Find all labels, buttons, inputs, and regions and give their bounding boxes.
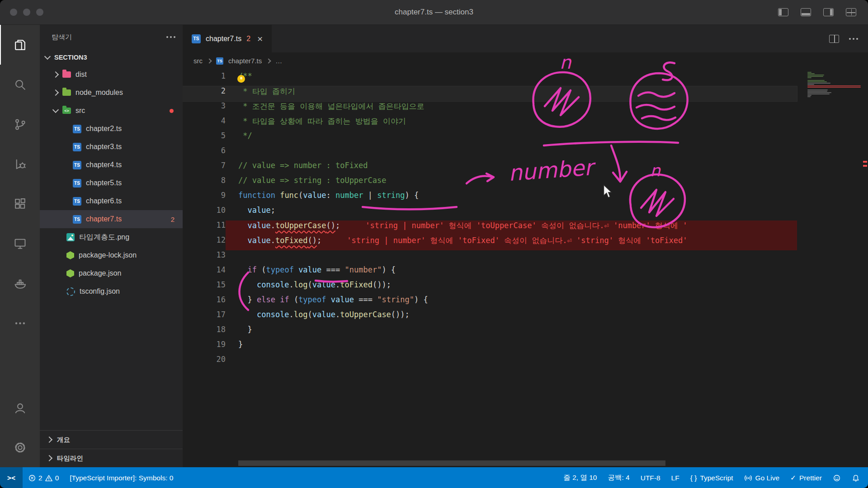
timeline-panel-header[interactable]: 타임라인 xyxy=(40,449,183,467)
code-editor[interactable]: 1/**2 * 타입 좁히기3 * 조건문 등을 이용해 넓은타입에서 좁은타입… xyxy=(183,69,868,467)
minimap-line xyxy=(807,89,828,90)
code-line[interactable]: 1/** xyxy=(183,71,797,86)
explorer-icon[interactable] xyxy=(0,25,40,65)
src-folder-icon xyxy=(62,108,71,114)
search-icon[interactable] xyxy=(0,65,40,104)
remote-indicator[interactable]: >< xyxy=(0,467,23,488)
folder-icon xyxy=(62,71,71,78)
code-line[interactable]: 3 * 조건문 등을 이용해 넓은타입에서 좁은타입으로 xyxy=(183,101,797,116)
toggle-secondary-sidebar-icon[interactable] xyxy=(823,8,834,16)
breadcrumb-symbol[interactable]: … xyxy=(275,57,282,65)
minimap-line xyxy=(807,91,827,92)
chevron-right-icon xyxy=(266,58,271,63)
horizontal-scrollbar[interactable] xyxy=(238,460,665,466)
tree-item-chapter5[interactable]: TS chapter5.ts xyxy=(40,174,183,192)
quickfix-lightbulb-icon[interactable] xyxy=(237,75,245,83)
file-tree: dist node_modules src TS chapter2.ts xyxy=(40,66,183,430)
tab-label: chapter7.ts xyxy=(206,35,241,43)
code-line[interactable]: 6 xyxy=(183,146,797,161)
eol-status[interactable]: LF xyxy=(666,467,685,488)
error-marker xyxy=(863,161,867,163)
title-bar: chapter7.ts — section3 xyxy=(0,0,868,25)
breadcrumb-src[interactable]: src xyxy=(193,57,203,65)
toggle-panel-icon[interactable] xyxy=(801,8,811,16)
notifications-bell-icon[interactable] xyxy=(846,467,865,488)
editor-actions-icon[interactable] xyxy=(853,38,854,40)
tab-chapter7[interactable]: TS chapter7.ts 2 × xyxy=(183,25,272,52)
chevron-right-icon xyxy=(46,455,52,461)
toggle-sidebar-icon[interactable] xyxy=(778,8,788,16)
code-line[interactable]: 18 } xyxy=(183,325,797,340)
activity-bar xyxy=(0,25,40,467)
feedback-icon[interactable] xyxy=(827,467,846,488)
tree-item-chapter6[interactable]: TS chapter6.ts xyxy=(40,192,183,210)
code-line[interactable]: 8// value => string : toUpperCase xyxy=(183,176,797,191)
node-package-icon xyxy=(66,251,74,259)
problems-status[interactable]: 2 0 xyxy=(23,467,64,488)
minimap-line xyxy=(807,94,830,94)
code-line[interactable]: 7// value => number : toFixed xyxy=(183,161,797,176)
tree-item-src[interactable]: src xyxy=(40,102,183,120)
code-line[interactable]: 10 value; xyxy=(183,206,797,221)
folder-icon xyxy=(62,89,71,96)
encoding-status[interactable]: UTF-8 xyxy=(635,467,666,488)
code-line[interactable]: 5 */ xyxy=(183,131,797,146)
code-line[interactable]: 15 console.log(value.toFixed()); xyxy=(183,280,797,295)
tree-item-package-json[interactable]: package.json xyxy=(40,264,183,282)
tree-item-dist[interactable]: dist xyxy=(40,66,183,84)
breadcrumb-file[interactable]: chapter7.ts xyxy=(228,57,262,65)
broadcast-icon xyxy=(744,474,752,482)
code-line[interactable]: 20 xyxy=(183,355,797,370)
settings-gear-icon[interactable] xyxy=(0,427,40,467)
ts-importer-status[interactable]: [TypeScript Importer]: Symbols: 0 xyxy=(64,467,179,488)
tree-item-package-lock[interactable]: package-lock.json xyxy=(40,246,183,264)
code-line[interactable]: 16 } else if (typeof value === "string")… xyxy=(183,295,797,310)
minimap-line xyxy=(807,92,831,93)
go-live-status[interactable]: Go Live xyxy=(739,467,785,488)
extensions-icon[interactable] xyxy=(0,184,40,224)
minimap-line xyxy=(807,76,823,77)
more-views-icon[interactable] xyxy=(0,303,40,343)
customize-layout-icon[interactable] xyxy=(846,8,856,16)
run-debug-icon[interactable] xyxy=(0,144,40,184)
docker-icon[interactable] xyxy=(0,263,40,303)
source-control-icon[interactable] xyxy=(0,104,40,144)
node-package-icon xyxy=(66,269,74,277)
typescript-file-icon: TS xyxy=(73,179,81,188)
tree-item-chapter2[interactable]: TS chapter2.ts xyxy=(40,120,183,138)
tree-item-chapter3[interactable]: TS chapter3.ts xyxy=(40,138,183,156)
section-header[interactable]: SECTION3 xyxy=(40,49,183,66)
code-line[interactable]: 14 if (typeof value === "number") { xyxy=(183,265,797,280)
explorer-actions-icon[interactable] xyxy=(170,36,172,38)
window-title: chapter7.ts — section3 xyxy=(0,8,868,17)
typescript-file-icon: TS xyxy=(192,34,201,43)
tree-item-tsconfig[interactable]: tsconfig.json xyxy=(40,282,183,300)
remote-explorer-icon[interactable] xyxy=(0,224,40,263)
code-line[interactable]: 2 * 타입 좁히기 xyxy=(183,86,797,101)
accounts-icon[interactable] xyxy=(0,388,40,427)
tree-item-type-hierarchy-png[interactable]: 타입계층도.png xyxy=(40,228,183,246)
tree-item-chapter4[interactable]: TS chapter4.ts xyxy=(40,156,183,174)
code-line[interactable]: 13 xyxy=(183,250,797,265)
prettier-status[interactable]: ✓ Prettier xyxy=(785,467,827,488)
close-tab-icon[interactable]: × xyxy=(257,34,263,43)
chevron-down-icon xyxy=(52,107,59,113)
code-line[interactable]: 12 value.toFixed();'string | number' 형식에… xyxy=(183,235,797,250)
split-editor-icon[interactable] xyxy=(829,35,839,43)
outline-panel-header[interactable]: 개요 xyxy=(40,430,183,449)
minimap[interactable] xyxy=(807,72,861,99)
code-line[interactable]: 4 * 타입을 상황에 따라 좁히는 방법을 이야기 xyxy=(183,116,797,131)
tree-item-chapter7[interactable]: TS chapter7.ts 2 xyxy=(40,210,183,228)
code-line[interactable]: 17 console.log(value.toUpperCase()); xyxy=(183,310,797,325)
minimap-line xyxy=(807,75,824,75)
error-dot-badge xyxy=(170,109,174,113)
code-line[interactable]: 9function func(value: number | string) { xyxy=(183,191,797,206)
cursor-position-status[interactable]: 줄 2, 열 10 xyxy=(558,467,602,488)
typescript-file-icon: TS xyxy=(216,57,223,65)
minimap-line xyxy=(807,72,811,73)
indentation-status[interactable]: 공백: 4 xyxy=(602,467,635,488)
code-line[interactable]: 19} xyxy=(183,340,797,355)
tree-item-node-modules[interactable]: node_modules xyxy=(40,84,183,102)
code-line[interactable]: 11 value.toUpperCase();'string | number'… xyxy=(183,221,797,235)
language-mode-status[interactable]: { } TypeScript xyxy=(685,467,739,488)
